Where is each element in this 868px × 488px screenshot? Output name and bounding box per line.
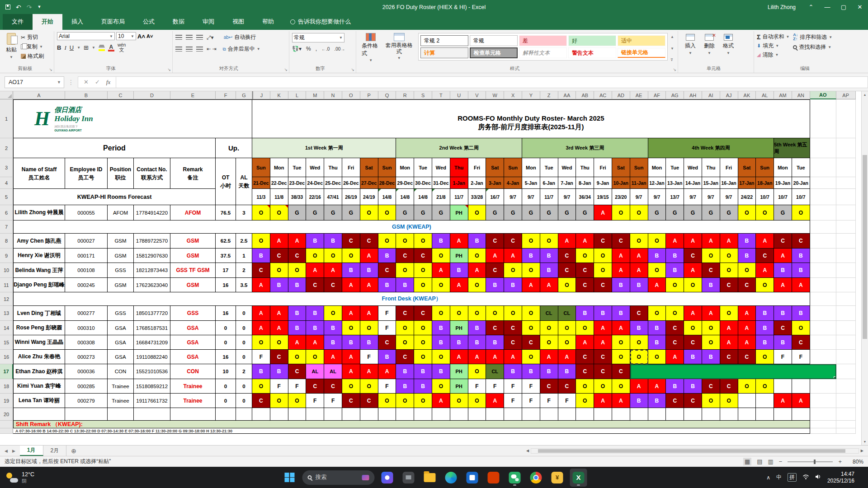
shift-cell[interactable]: O bbox=[468, 205, 486, 221]
shift-cell[interactable]: C bbox=[522, 335, 540, 350]
column-header-M[interactable]: M bbox=[306, 91, 324, 99]
shift-cell[interactable]: A bbox=[432, 263, 450, 278]
row-header[interactable] bbox=[0, 428, 13, 434]
shift-cell[interactable]: B bbox=[666, 379, 684, 394]
shift-cell[interactable]: A bbox=[252, 306, 270, 321]
shift-cell[interactable]: C bbox=[270, 350, 288, 364]
shift-cell[interactable]: O bbox=[594, 263, 612, 278]
remark-cell[interactable]: Trainee bbox=[170, 379, 216, 394]
column-header-V[interactable]: V bbox=[468, 91, 486, 99]
row-header[interactable]: 10 bbox=[0, 263, 13, 278]
grid-cell[interactable] bbox=[810, 379, 836, 394]
shift-cell[interactable]: G bbox=[486, 205, 504, 221]
day-name-header[interactable]: Mon bbox=[774, 158, 792, 177]
shift-cell[interactable]: B bbox=[468, 321, 486, 335]
position-cell[interactable]: GSA bbox=[108, 335, 134, 350]
shift-cell[interactable]: A bbox=[738, 335, 756, 350]
employee-id-cell[interactable]: 000171 bbox=[65, 249, 108, 263]
shift-cell[interactable]: PH bbox=[450, 379, 468, 394]
period-header[interactable]: Period bbox=[13, 138, 216, 158]
forecast-cell[interactable]: 14/8 bbox=[378, 189, 396, 205]
remark-cell[interactable]: GSM bbox=[170, 234, 216, 249]
shift-cell[interactable]: F bbox=[504, 379, 522, 394]
date-header[interactable]: 16-Jan bbox=[720, 177, 738, 189]
date-header[interactable]: 13-Jan bbox=[666, 177, 684, 189]
shift-cell[interactable]: O bbox=[540, 234, 558, 249]
shift-cell[interactable]: O bbox=[396, 234, 414, 249]
shift-cell[interactable]: G bbox=[396, 205, 414, 221]
al-cell[interactable]: 2 bbox=[236, 364, 252, 379]
date-header[interactable]: 24-Dec bbox=[306, 177, 324, 189]
forecast-cell[interactable]: 11/3 bbox=[252, 189, 270, 205]
shift-cell[interactable]: C bbox=[378, 263, 396, 278]
date-header[interactable]: 19-Jan bbox=[774, 177, 792, 189]
week-band[interactable]: 1st Week 第一周 bbox=[252, 138, 396, 158]
shift-cell[interactable]: AL bbox=[324, 364, 342, 379]
shift-cell[interactable]: PH bbox=[450, 249, 468, 263]
grid-cell[interactable] bbox=[792, 408, 810, 421]
date-header[interactable]: 28-Dec bbox=[378, 177, 396, 189]
forecast-cell[interactable]: 9/7 bbox=[558, 189, 576, 205]
shift-cell[interactable]: B bbox=[396, 379, 414, 394]
shift-cell[interactable]: O bbox=[702, 394, 720, 408]
font-name-combo[interactable]: Arial▼ bbox=[57, 32, 115, 40]
shift-cell[interactable]: B bbox=[540, 263, 558, 278]
shift-cell[interactable]: G bbox=[558, 205, 576, 221]
column-header-AC[interactable]: AC bbox=[594, 91, 612, 99]
contact-cell[interactable]: 15812907630 bbox=[134, 249, 170, 263]
day-name-header[interactable]: Fri bbox=[720, 158, 738, 177]
shift-cell[interactable]: A bbox=[504, 350, 522, 364]
shift-legend-text[interactable]: A 07:30-16:00 B 14:00-22:30 C 13:30-22:0… bbox=[13, 428, 810, 434]
shift-cell[interactable]: F bbox=[378, 321, 396, 335]
forecast-cell[interactable]: 9/7 bbox=[504, 189, 522, 205]
shift-cell[interactable]: O bbox=[792, 205, 810, 221]
shift-cell[interactable]: O bbox=[756, 205, 774, 221]
week-band[interactable]: 3rd Week 第三周 bbox=[522, 138, 648, 158]
shift-cell[interactable]: C bbox=[486, 234, 504, 249]
bold-button[interactable]: B bbox=[57, 44, 61, 51]
ot-cell[interactable]: 10 bbox=[216, 364, 236, 379]
shift-cell[interactable]: O bbox=[378, 394, 396, 408]
grid-cell[interactable] bbox=[756, 408, 774, 421]
tab-数据[interactable]: 数据 bbox=[164, 14, 193, 30]
row-header[interactable]: 13 bbox=[0, 306, 13, 321]
shift-cell[interactable]: B bbox=[324, 321, 342, 335]
column-header-N[interactable]: N bbox=[324, 91, 342, 99]
shift-cell[interactable]: F bbox=[486, 379, 504, 394]
forecast-cell[interactable]: 47/41 bbox=[324, 189, 342, 205]
shift-cell[interactable]: C bbox=[540, 379, 558, 394]
ot-cell[interactable]: 0 bbox=[216, 394, 236, 408]
shift-cell[interactable]: C bbox=[684, 394, 702, 408]
date-header[interactable]: 6-Jan bbox=[540, 177, 558, 189]
employee-id-cell[interactable]: 000277 bbox=[65, 306, 108, 321]
start-button[interactable] bbox=[281, 469, 298, 487]
shift-cell[interactable]: A bbox=[288, 335, 307, 350]
shift-cell[interactable]: C bbox=[684, 249, 702, 263]
shift-cell[interactable]: B bbox=[306, 321, 324, 335]
staff-name-cell[interactable]: Lilith Zhong 钟晨晨 bbox=[13, 205, 65, 221]
taskbar-app-store[interactable] bbox=[464, 469, 481, 487]
taskbar-app-dark-tool[interactable] bbox=[400, 469, 417, 487]
increase-decimal-button[interactable]: ←.0 bbox=[321, 47, 330, 52]
day-name-header[interactable]: Thu bbox=[324, 158, 342, 177]
shift-cell[interactable]: CL bbox=[558, 306, 576, 321]
shift-cell[interactable]: B bbox=[756, 321, 774, 335]
week-band[interactable]: 4th Week 第四周 bbox=[648, 138, 774, 158]
page-layout-view-button[interactable]: ▤ bbox=[757, 458, 762, 465]
shift-cell[interactable]: A bbox=[306, 335, 324, 350]
shift-cell[interactable]: C bbox=[666, 335, 684, 350]
shift-cell[interactable]: O bbox=[450, 306, 468, 321]
forecast-cell[interactable]: 14/8 bbox=[414, 189, 432, 205]
roster-title-block[interactable]: ROOMS-FO Monthly Duty Roster- March 2025… bbox=[252, 99, 810, 138]
tray-expand-icon[interactable]: ∧ bbox=[766, 474, 770, 481]
row-header[interactable]: 17 bbox=[0, 364, 13, 379]
shift-cell[interactable]: C bbox=[576, 350, 594, 364]
al-cell[interactable]: 0 bbox=[236, 379, 252, 394]
hscroll-right-arrow[interactable]: ▶ bbox=[859, 449, 865, 453]
grid-cell[interactable] bbox=[306, 408, 324, 421]
shift-cell[interactable]: A bbox=[720, 321, 738, 335]
staff-name-cell[interactable]: Rose Peng 彭晓霞 bbox=[13, 321, 65, 335]
grid-cell[interactable] bbox=[810, 158, 836, 177]
grid-cell[interactable] bbox=[836, 158, 856, 177]
date-header[interactable]: 3-Jan bbox=[486, 177, 504, 189]
